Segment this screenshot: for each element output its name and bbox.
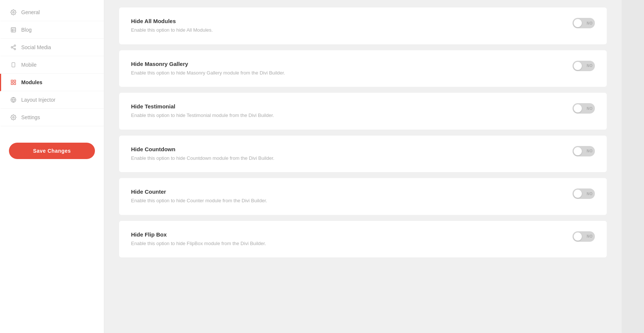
svg-rect-12 [11, 80, 13, 82]
module-card-desc-hide-testimonial: Enable this option to hide Testimonial m… [131, 112, 274, 119]
svg-rect-14 [11, 83, 13, 85]
module-card-hide-all-modules: Hide All Modules Enable this option to h… [119, 7, 607, 44]
settings-gear-icon [10, 114, 17, 121]
svg-point-0 [13, 12, 14, 13]
module-card-title-hide-masonry-gallery: Hide Masonry Gallery [131, 61, 285, 67]
sidebar-item-layout-injector-label: Layout Injector [21, 97, 55, 103]
svg-rect-13 [14, 80, 16, 82]
module-card-title-hide-all-modules: Hide All Modules [131, 18, 213, 24]
svg-rect-15 [14, 83, 16, 85]
module-card-hide-testimonial: Hide Testimonial Enable this option to h… [119, 93, 607, 130]
sidebar-item-modules[interactable]: Modules [0, 74, 104, 91]
svg-point-7 [14, 48, 16, 50]
toggle-hide-flip-box[interactable]: NO [573, 231, 595, 242]
toggle-label-hide-countdown: NO [587, 149, 593, 153]
module-card-text-hide-flip-box: Hide Flip Box Enable this option to hide… [131, 231, 266, 247]
sidebar-item-layout-injector[interactable]: Layout Injector [0, 91, 104, 109]
layout-icon [10, 96, 17, 103]
module-card-hide-masonry-gallery: Hide Masonry Gallery Enable this option … [119, 50, 607, 87]
module-card-title-hide-flip-box: Hide Flip Box [131, 231, 266, 238]
module-card-desc-hide-flip-box: Enable this option to hide FlipBox modul… [131, 240, 266, 247]
module-card-desc-hide-counter: Enable this option to hide Counter modul… [131, 197, 267, 204]
toggle-hide-testimonial[interactable]: NO [573, 103, 595, 114]
svg-point-18 [13, 117, 14, 118]
toggle-hide-countdown[interactable]: NO [573, 146, 595, 156]
sidebar-item-blog[interactable]: Blog [0, 21, 104, 39]
toggle-track-hide-all-modules: NO [573, 18, 595, 28]
sidebar-item-mobile[interactable]: Mobile [0, 56, 104, 74]
sidebar-item-mobile-label: Mobile [21, 62, 36, 68]
toggle-track-hide-flip-box: NO [573, 231, 595, 242]
blog-icon [10, 26, 17, 33]
save-button-container: Save Changes [0, 134, 104, 168]
toggle-hide-counter[interactable]: NO [573, 188, 595, 199]
toggle-wrapper-hide-testimonial: NO [573, 103, 595, 114]
svg-line-8 [13, 48, 15, 49]
toggle-label-hide-masonry-gallery: NO [587, 64, 593, 68]
modules-icon [10, 79, 17, 86]
sidebar-item-blog-label: Blog [21, 27, 32, 33]
toggle-track-hide-counter: NO [573, 188, 595, 199]
module-card-title-hide-testimonial: Hide Testimonial [131, 103, 274, 110]
toggle-thumb-hide-masonry-gallery [574, 62, 582, 70]
module-card-title-hide-countdown: Hide Countdown [131, 146, 274, 152]
toggle-thumb-hide-testimonial [574, 104, 582, 112]
sidebar-item-general-label: General [21, 9, 40, 15]
main-content: Hide All Modules Enable this option to h… [104, 0, 622, 333]
toggle-thumb-hide-flip-box [574, 232, 582, 241]
module-card-text-hide-countdown: Hide Countdown Enable this option to hid… [131, 146, 274, 162]
sidebar: General Blog Social Media [0, 0, 104, 333]
sidebar-item-modules-label: Modules [21, 79, 42, 85]
module-card-desc-hide-masonry-gallery: Enable this option to hide Masonry Galle… [131, 69, 285, 77]
share-icon [10, 44, 17, 51]
toggle-thumb-hide-counter [574, 190, 582, 198]
svg-line-9 [13, 46, 15, 47]
sidebar-item-settings[interactable]: Settings [0, 109, 104, 126]
module-card-title-hide-counter: Hide Counter [131, 188, 267, 195]
module-cards-container: Hide All Modules Enable this option to h… [119, 7, 607, 257]
toggle-thumb-hide-countdown [574, 147, 582, 155]
toggle-label-hide-all-modules: NO [587, 21, 593, 25]
module-card-text-hide-counter: Hide Counter Enable this option to hide … [131, 188, 267, 204]
save-changes-button[interactable]: Save Changes [9, 143, 95, 159]
toggle-track-hide-testimonial: NO [573, 103, 595, 114]
toggle-thumb-hide-all-modules [574, 19, 582, 27]
toggle-wrapper-hide-flip-box: NO [573, 231, 595, 242]
module-card-hide-counter: Hide Counter Enable this option to hide … [119, 178, 607, 215]
toggle-hide-masonry-gallery[interactable]: NO [573, 61, 595, 71]
svg-point-6 [11, 47, 13, 48]
sidebar-item-social-media-label: Social Media [21, 44, 51, 50]
toggle-wrapper-hide-all-modules: NO [573, 18, 595, 28]
toggle-label-hide-flip-box: NO [587, 234, 593, 238]
module-card-desc-hide-all-modules: Enable this option to hide All Modules. [131, 26, 213, 34]
toggle-wrapper-hide-counter: NO [573, 188, 595, 199]
module-card-hide-countdown: Hide Countdown Enable this option to hid… [119, 136, 607, 172]
module-card-text-hide-testimonial: Hide Testimonial Enable this option to h… [131, 103, 274, 119]
sidebar-item-social-media[interactable]: Social Media [0, 39, 104, 56]
right-panel [622, 0, 644, 333]
toggle-wrapper-hide-masonry-gallery: NO [573, 61, 595, 71]
svg-point-5 [14, 45, 16, 46]
gear-icon [10, 9, 17, 16]
toggle-hide-all-modules[interactable]: NO [573, 18, 595, 28]
module-card-text-hide-masonry-gallery: Hide Masonry Gallery Enable this option … [131, 61, 285, 77]
module-card-text-hide-all-modules: Hide All Modules Enable this option to h… [131, 18, 213, 34]
toggle-track-hide-masonry-gallery: NO [573, 61, 595, 71]
sidebar-item-settings-label: Settings [21, 114, 40, 120]
toggle-wrapper-hide-countdown: NO [573, 146, 595, 156]
module-card-desc-hide-countdown: Enable this option to hide Countdown mod… [131, 155, 274, 162]
toggle-track-hide-countdown: NO [573, 146, 595, 156]
module-card-hide-flip-box: Hide Flip Box Enable this option to hide… [119, 221, 607, 258]
sidebar-item-general[interactable]: General [0, 4, 104, 21]
toggle-label-hide-testimonial: NO [587, 107, 593, 111]
mobile-icon [10, 61, 17, 68]
svg-rect-1 [11, 28, 16, 32]
toggle-label-hide-counter: NO [587, 192, 593, 196]
